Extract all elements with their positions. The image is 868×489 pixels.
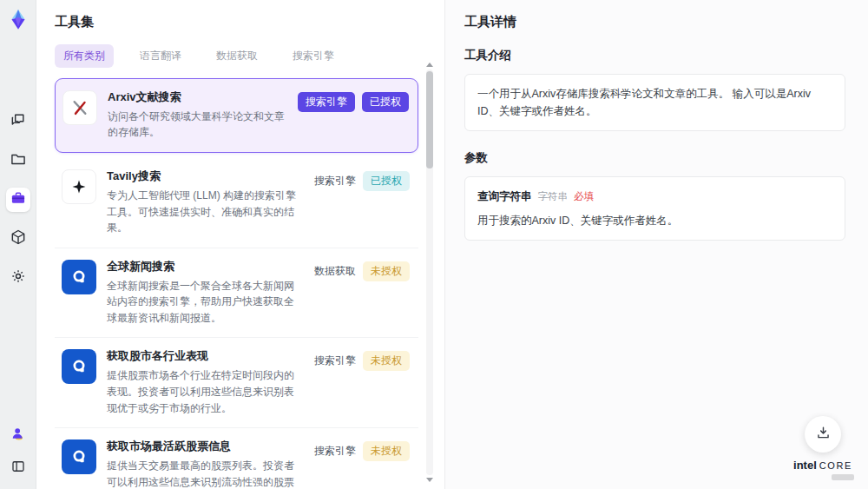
tool-title: 获取股市各行业表现 [107,349,304,364]
category-label: 搜索引擎 [314,444,356,459]
tool-description: 访问各个研究领域大量科学论文和文章的存储库。 [108,109,287,141]
download-icon [815,425,832,444]
tab-data-fetch[interactable]: 数据获取 [207,44,266,68]
param-box: 查询字符串 字符串 必填 用于搜索的Arxiv ID、关键字或作者姓名。 [464,176,845,241]
sidebar-item-chat[interactable] [6,109,30,134]
category-label: 数据获取 [314,264,356,279]
tool-card-stock-sectors[interactable]: 获取股市各行业表现 提供股票市场各个行业在特定时间段内的表现。投资者可以利用这些… [55,338,418,428]
tool-title: Tavily搜索 [107,169,304,184]
auth-status-badge: 已授权 [362,92,409,112]
panel-toggle-icon [10,459,26,478]
tool-card-arxiv[interactable]: Arxiv文献搜索 访问各个研究领域大量科学论文和文章的存储库。 搜索引擎 已授… [55,78,418,153]
chat-icon [10,111,27,132]
category-tabs: 所有类别 语言翻译 数据获取 搜索引擎 [55,44,418,68]
scroll-up-arrow-icon[interactable] [426,63,433,67]
tool-list: Arxiv文献搜索 访问各个研究领域大量科学论文和文章的存储库。 搜索引擎 已授… [55,78,418,489]
tool-card-tavily[interactable]: Tavily搜索 专为人工智能代理 (LLM) 构建的搜索引擎工具。可快速提供实… [55,158,418,248]
detail-title: 工具详情 [464,14,845,30]
tool-description: 专为人工智能代理 (LLM) 构建的搜索引擎工具。可快速提供实时、准确和真实的结… [107,188,304,236]
scrollbar-track[interactable] [426,69,433,475]
intro-text: 一个用于从Arxiv存储库搜索科学论文和文章的工具。 输入可以是Arxiv ID… [477,88,811,117]
auth-status-badge: 未授权 [363,351,410,371]
app-window: 工具集 所有类别 语言翻译 数据获取 搜索引擎 Arxiv文献搜索 访问各个研究… [0,0,868,489]
sidebar-item-settings[interactable] [6,266,30,290]
category-badge: 搜索引擎 [298,92,355,112]
auth-status-badge: 未授权 [363,261,410,281]
news-q-icon [62,260,96,294]
news-q-icon [62,439,96,474]
collapse-sidebar-button[interactable] [6,456,30,480]
tab-all-categories[interactable]: 所有类别 [55,44,114,68]
tab-language-translation[interactable]: 语言翻译 [131,44,190,68]
params-heading: 参数 [464,150,845,166]
sidebar-bottom [6,423,30,480]
tool-description: 提供股票市场各个行业在特定时间段内的表现。投资者可以利用这些信息来识别表现优于或… [107,367,304,416]
arxiv-logo-icon [62,90,97,125]
cube-icon [10,228,27,249]
sidebar-nav [6,109,30,290]
tool-list-panel: 工具集 所有类别 语言翻译 数据获取 搜索引擎 Arxiv文献搜索 访问各个研究… [36,0,444,489]
scroll-down-arrow-icon[interactable] [426,478,433,482]
tool-card-active-stocks[interactable]: 获取市场最活跃股票信息 提供当天交易量最高的股票列表。投资者可以利用这些信息来识… [55,428,418,489]
news-q-icon [62,349,96,384]
category-label: 搜索引擎 [314,174,356,188]
tab-search-engine[interactable]: 搜索引擎 [284,44,343,68]
tool-description: 全球新闻搜索是一个聚合全球各大新闻网站内容的搜索引擎，帮助用户快速获取全球最新资… [107,278,304,327]
auth-status-badge: 未授权 [363,441,410,461]
briefcase-icon [10,189,27,210]
category-label: 搜索引擎 [314,354,356,368]
sparkle-star-icon [62,169,96,204]
intro-box: 一个用于从Arxiv存储库搜索科学论文和文章的工具。 输入可以是Arxiv ID… [464,74,845,131]
user-avatar-icon [10,425,27,446]
folder-icon [10,150,27,171]
param-description: 用于搜索的Arxiv ID、关键字或作者姓名。 [477,212,832,229]
sidebar-item-files[interactable] [6,149,30,173]
download-button[interactable] [805,416,841,453]
sidebar-item-models[interactable] [6,227,30,251]
corner-overlay: intel CORE [792,416,854,480]
page-title: 工具集 [55,14,418,30]
param-type: 字符串 [538,188,569,204]
intro-heading: 工具介绍 [464,48,845,63]
app-logo-icon [5,7,31,33]
brand-core-text: CORE [819,460,852,471]
scrollbar-thumb[interactable] [426,71,433,169]
tool-card-global-news[interactable]: 全球新闻搜索 全球新闻搜索是一个聚合全球各大新闻网站内容的搜索引擎，帮助用户快速… [55,248,418,339]
tool-description: 提供当天交易量最高的股票列表。投资者可以利用这些信息来识别流动性强的股票和潜在的… [107,458,304,489]
sidebar [0,0,36,489]
auth-status-badge: 已授权 [363,171,410,191]
param-name: 查询字符串 [477,188,532,205]
brand-intel-text: intel [793,459,817,472]
tool-title: Arxiv文献搜索 [108,90,287,105]
list-scrollbar[interactable] [425,63,434,482]
sidebar-item-toolbox[interactable] [6,188,30,212]
brand-sub-badge [832,474,854,480]
gear-icon [10,268,27,288]
param-required-flag: 必填 [574,188,594,204]
profile-button[interactable] [6,423,30,447]
tool-title: 获取市场最活跃股票信息 [107,439,304,454]
tool-title: 全球新闻搜索 [107,260,304,274]
intel-core-logo: intel CORE [793,459,852,472]
